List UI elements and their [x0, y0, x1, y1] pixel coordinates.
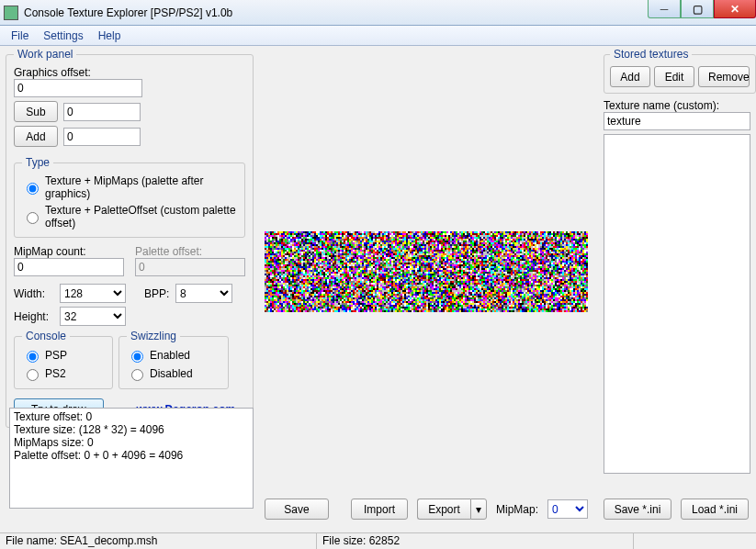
- save-button[interactable]: Save: [265, 499, 329, 520]
- swizzling-group: Swizzling Enabled Disabled: [118, 330, 229, 389]
- width-select[interactable]: 128: [60, 284, 126, 303]
- add-value-input[interactable]: [63, 128, 141, 146]
- texture-preview: [265, 231, 588, 312]
- width-label: Width:: [14, 287, 54, 300]
- maximize-button[interactable]: ▢: [681, 0, 714, 18]
- swizzling-title: Swizzling: [127, 330, 180, 342]
- status-filename: File name: SEA1_decomp.msh: [0, 533, 317, 549]
- texture-name-input[interactable]: [604, 112, 750, 130]
- console-psp-radio[interactable]: [27, 351, 39, 363]
- status-bar: File name: SEA1_decomp.msh File size: 62…: [0, 532, 756, 549]
- palette-offset-label: Palette offset:: [135, 245, 202, 258]
- type-radio-mipmaps[interactable]: [27, 183, 39, 195]
- save-ini-button[interactable]: Save *.ini: [604, 499, 671, 520]
- load-ini-button[interactable]: Load *.ini: [681, 499, 749, 520]
- console-psp-label: PSP: [45, 349, 67, 362]
- title-bar: Console Texture Explorer [PSP/PS2] v1.0b…: [0, 0, 756, 26]
- type-opt1-label: Texture + MipMaps (palette after graphic…: [45, 174, 237, 200]
- mipmap-select[interactable]: 0: [547, 499, 588, 519]
- stored-textures-group: Stored textures Add Edit Remove: [604, 48, 756, 94]
- console-ps2-radio[interactable]: [27, 369, 39, 381]
- sub-value-input[interactable]: [63, 103, 141, 121]
- menu-settings[interactable]: Settings: [36, 28, 90, 44]
- add-button[interactable]: Add: [14, 126, 58, 147]
- swizzling-disabled-radio[interactable]: [131, 369, 143, 381]
- log-textarea[interactable]: Texture offset: 0 Texture size: (128 * 3…: [9, 408, 254, 509]
- bpp-select[interactable]: 8: [175, 284, 232, 303]
- type-group: Type Texture + MipMaps (palette after gr…: [14, 156, 245, 238]
- graphics-offset-input[interactable]: [14, 79, 142, 97]
- swizzling-enabled-label: Enabled: [150, 349, 190, 362]
- type-radio-paletteoffset[interactable]: [27, 212, 39, 224]
- mipmap-count-input[interactable]: [14, 258, 124, 276]
- sub-button[interactable]: Sub: [14, 101, 58, 122]
- stored-edit-button[interactable]: Edit: [654, 66, 694, 87]
- import-button[interactable]: Import: [351, 499, 408, 520]
- menu-help[interactable]: Help: [91, 28, 129, 44]
- export-dropdown-arrow[interactable]: ▾: [470, 499, 487, 520]
- console-title: Console: [22, 330, 70, 342]
- texture-name-label: Texture name (custom):: [604, 99, 719, 112]
- window-title: Console Texture Explorer [PSP/PS2] v1.0b: [24, 6, 232, 19]
- stored-textures-listbox[interactable]: [604, 134, 750, 474]
- export-button[interactable]: Export: [417, 499, 470, 520]
- console-group: Console PSP PS2: [14, 330, 113, 389]
- minimize-button[interactable]: ─: [648, 0, 681, 18]
- type-title: Type: [22, 156, 53, 169]
- stored-add-button[interactable]: Add: [610, 66, 650, 87]
- mipmap-count-label: MipMap count:: [14, 245, 86, 258]
- close-button[interactable]: ✕: [714, 0, 756, 18]
- status-filesize: File size: 62852: [317, 533, 634, 549]
- app-icon: [4, 6, 18, 20]
- swizzling-disabled-label: Disabled: [150, 367, 193, 380]
- menu-file[interactable]: File: [4, 28, 36, 44]
- mipmap-dropdown-label: MipMap:: [496, 503, 538, 516]
- type-opt2-label: Texture + PaletteOffset (custom palette …: [45, 204, 237, 230]
- graphics-offset-label: Graphics offset:: [14, 66, 91, 79]
- stored-textures-title: Stored textures: [610, 48, 692, 61]
- console-ps2-label: PS2: [45, 367, 66, 380]
- height-select[interactable]: 32: [60, 307, 126, 326]
- menu-bar: File Settings Help: [0, 26, 756, 46]
- stored-remove-button[interactable]: Remove: [698, 66, 750, 87]
- swizzling-enabled-radio[interactable]: [131, 351, 143, 363]
- palette-offset-input: [135, 258, 245, 276]
- work-panel-title: Work panel: [14, 48, 76, 61]
- height-label: Height:: [14, 310, 54, 323]
- texture-canvas: [265, 231, 588, 312]
- bpp-label: BPP:: [144, 287, 170, 300]
- work-panel-group: Work panel Graphics offset: Sub Add Type…: [6, 48, 254, 428]
